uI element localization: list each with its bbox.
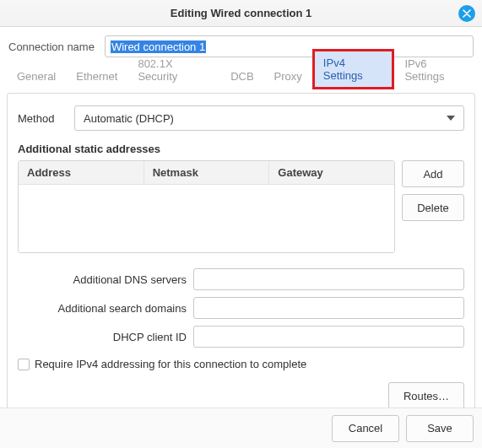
require-ipv4-checkbox[interactable] [18,359,30,370]
routes-button[interactable]: Routes… [388,382,464,409]
col-gateway: Gateway [269,161,394,184]
dialog-footer: Cancel Save [0,408,482,448]
chevron-down-icon [447,116,455,121]
close-icon [463,9,471,18]
close-button[interactable] [458,5,475,22]
tab-general[interactable]: General [7,63,66,89]
connection-name-label: Connection name [8,40,95,53]
dns-servers-input[interactable] [193,268,464,290]
tab-ipv4-settings[interactable]: IPv4 Settings [312,49,395,89]
addresses-area: Address Netmask Gateway Add Delete [18,160,464,253]
method-label: Method [18,112,64,125]
titlebar: Editing Wired connection 1 [0,0,482,27]
dhcp-client-id-input[interactable] [193,326,464,348]
addresses-buttons: Add Delete [402,160,464,253]
tab-proxy[interactable]: Proxy [264,63,312,89]
dhcp-client-id-label: DHCP client ID [18,331,187,343]
require-ipv4-label: Require IPv4 addressing for this connect… [35,358,306,370]
method-value: Automatic (DHCP) [84,112,174,125]
save-button[interactable]: Save [406,415,474,442]
addresses-header: Address Netmask Gateway [19,161,394,185]
search-domains-input[interactable] [193,297,464,319]
additional-addresses-title: Additional static addresses [18,143,464,155]
method-select[interactable]: Automatic (DHCP) [74,105,464,131]
tab-ethernet[interactable]: Ethernet [66,63,127,89]
routes-row: Routes… [18,382,464,409]
delete-button[interactable]: Delete [402,194,464,221]
addresses-body[interactable] [19,185,394,252]
extra-fields: Additional DNS servers Additional search… [18,268,464,348]
tab-dcb[interactable]: DCB [220,63,263,89]
ipv4-panel: Method Automatic (DHCP) Additional stati… [7,93,475,420]
col-netmask: Netmask [144,161,270,184]
add-button[interactable]: Add [402,160,464,187]
cancel-button[interactable]: Cancel [332,415,399,442]
dns-servers-label: Additional DNS servers [18,273,187,286]
tab-ipv6-settings[interactable]: IPv6 Settings [394,51,475,89]
require-ipv4-row: Require IPv4 addressing for this connect… [18,358,464,370]
method-row: Method Automatic (DHCP) [18,105,464,131]
col-address: Address [19,161,144,184]
addresses-table[interactable]: Address Netmask Gateway [18,160,395,253]
tab-bar: General Ethernet 802.1X Security DCB Pro… [0,64,482,89]
search-domains-label: Additional search domains [18,302,187,315]
window-title: Editing Wired connection 1 [171,7,311,19]
tab-802-1x-security[interactable]: 802.1X Security [127,51,220,89]
